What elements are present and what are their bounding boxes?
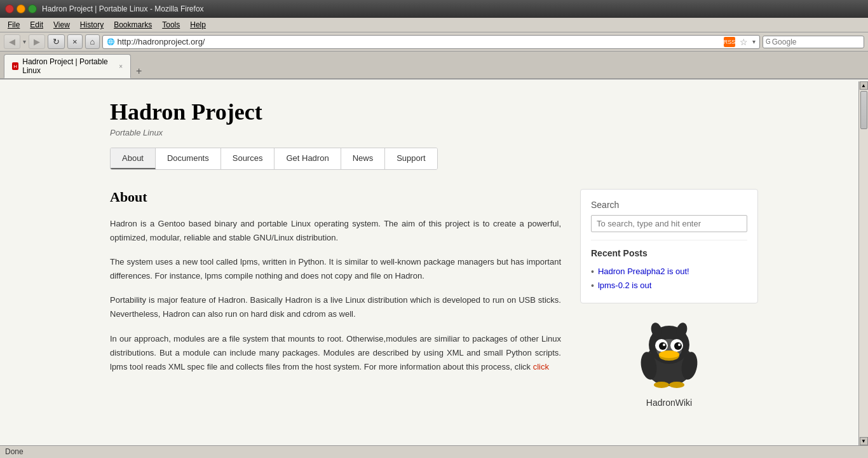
menu-bookmarks[interactable]: Bookmarks — [109, 19, 157, 31]
sidebar-search-input[interactable] — [591, 215, 747, 232]
svg-point-7 — [659, 342, 667, 350]
nav-item-about[interactable]: About — [111, 148, 156, 169]
svg-point-10 — [678, 344, 681, 346]
status-bar: Done — [0, 445, 868, 455]
search-box-title: Search — [591, 200, 747, 210]
recent-post-item: Hadron Prealpha2 is out! — [591, 265, 747, 279]
nav-item-sources[interactable]: Sources — [221, 148, 275, 169]
hadron-mascot-image — [631, 316, 707, 392]
url-dropdown-icon[interactable]: ▾ — [752, 38, 756, 45]
read-more-link[interactable]: click — [533, 362, 549, 371]
nav-item-support[interactable]: Support — [385, 148, 437, 169]
svg-point-16 — [669, 382, 684, 388]
nav-item-news[interactable]: News — [341, 148, 386, 169]
url-bar[interactable] — [117, 37, 721, 46]
nav-item-get-hadron[interactable]: Get Hadron — [275, 148, 341, 169]
stop-button[interactable]: × — [67, 34, 83, 49]
scroll-up-button[interactable]: ▲ — [860, 81, 868, 90]
about-para-4: In our approach, modules are a file syst… — [110, 332, 561, 374]
nav-bar: ◀ ▾ ▶ ↻ × ⌂ 🌐 RSS ☆ ▾ G 🔍 — [0, 32, 868, 52]
back-icon: ◀ — [9, 37, 15, 46]
reload-button[interactable]: ↻ — [48, 34, 65, 49]
recent-posts-title: Recent Posts — [591, 240, 747, 258]
maximize-button[interactable] — [28, 4, 37, 13]
url-bar-container: 🌐 RSS ☆ ▾ — [102, 35, 760, 49]
sidebar: Search Recent Posts Hadron Prealpha2 is … — [580, 189, 758, 408]
search-engine-logo: G — [766, 38, 771, 45]
browser-tab[interactable]: H Hadron Project | Portable Linux × — [4, 54, 131, 78]
rss-button[interactable]: RSS — [724, 37, 735, 47]
recent-post-link-2[interactable]: lpms-0.2 is out — [598, 281, 652, 290]
about-heading: About — [110, 189, 561, 205]
bookmark-star-icon[interactable]: ☆ — [738, 37, 750, 47]
page-wrapper: Hadron Project Portable Linux About Docu… — [0, 80, 868, 455]
scroll-track — [859, 90, 868, 437]
main-layout: About Hadron is a Gentoo based binary an… — [110, 189, 758, 408]
forward-icon: ▶ — [34, 37, 40, 46]
recent-post-item: lpms-0.2 is out — [591, 279, 747, 293]
menu-help[interactable]: Help — [185, 19, 211, 31]
site-subtitle: Portable Linux — [110, 128, 758, 137]
minimize-button[interactable] — [17, 4, 25, 13]
close-button[interactable] — [5, 4, 14, 13]
tabs-bar: H Hadron Project | Portable Linux × + — [0, 52, 868, 80]
new-tab-button[interactable]: + — [132, 64, 146, 78]
window-controls[interactable] — [5, 4, 37, 13]
title-bar: Hadron Project | Portable Linux - Mozill… — [0, 0, 868, 18]
svg-point-15 — [654, 382, 669, 388]
menu-history[interactable]: History — [75, 19, 109, 31]
svg-point-9 — [663, 344, 665, 346]
sidebar-search-box: Search Recent Posts Hadron Prealpha2 is … — [580, 189, 758, 303]
menu-file[interactable]: File — [3, 19, 25, 31]
tab-favicon: H — [12, 62, 18, 70]
tab-label: Hadron Project | Portable Linux — [22, 57, 112, 75]
about-para-2: The system uses a new tool called lpms, … — [110, 255, 561, 283]
window-title: Hadron Project | Portable Linux - Mozill… — [42, 4, 204, 13]
menu-edit[interactable]: Edit — [25, 19, 48, 31]
search-bar-container: G 🔍 — [763, 36, 864, 48]
nav-item-documents[interactable]: Documents — [156, 148, 221, 169]
scroll-thumb[interactable] — [860, 91, 867, 129]
svg-point-8 — [674, 342, 682, 350]
main-content-area: About Hadron is a Gentoo based binary an… — [110, 189, 561, 384]
about-para-1: Hadron is a Gentoo based binary and port… — [110, 217, 561, 245]
nav-dropdown[interactable]: ▾ — [23, 38, 26, 45]
site-navigation: About Documents Sources Get Hadron News … — [110, 148, 438, 170]
recent-post-link-1[interactable]: Hadron Prealpha2 is out! — [598, 267, 689, 276]
stop-icon: × — [72, 37, 78, 46]
reload-icon: ↻ — [53, 37, 60, 46]
recent-posts-list: Hadron Prealpha2 is out! lpms-0.2 is out — [591, 265, 747, 293]
back-button[interactable]: ◀ — [4, 34, 20, 49]
search-input[interactable] — [772, 38, 867, 46]
hadron-wiki-section: HadronWiki — [580, 316, 758, 408]
status-text: Done — [5, 447, 24, 455]
home-icon: ⌂ — [90, 37, 95, 46]
tab-close-icon[interactable]: × — [119, 63, 123, 70]
menu-tools[interactable]: Tools — [157, 19, 185, 31]
menu-view[interactable]: View — [48, 19, 75, 31]
forward-button[interactable]: ▶ — [29, 34, 45, 49]
about-para-3: Portability is major feature of Hadron. … — [110, 293, 561, 321]
home-button[interactable]: ⌂ — [85, 34, 100, 49]
scroll-down-button[interactable]: ▼ — [860, 437, 868, 445]
page-content: Hadron Project Portable Linux About Docu… — [85, 80, 783, 427]
menu-bar: File Edit View History Bookmarks Tools H… — [0, 18, 868, 32]
hadron-wiki-label: HadronWiki — [580, 398, 758, 408]
scrollbar[interactable]: ▲ ▼ — [858, 81, 868, 445]
url-security-icon: 🌐 — [107, 38, 114, 45]
site-title: Hadron Project — [110, 99, 758, 125]
